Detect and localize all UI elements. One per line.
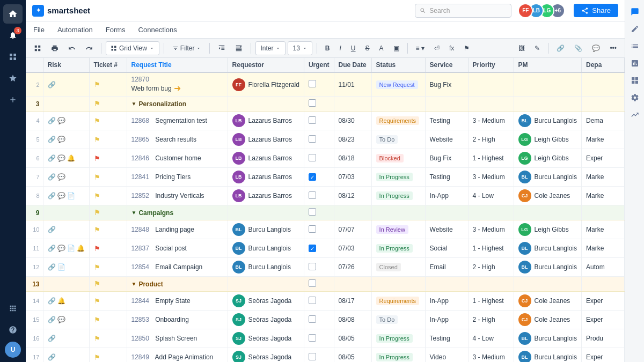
toolbar-underline[interactable]: U [347, 41, 360, 55]
font-selector[interactable]: Inter [255, 41, 286, 55]
urgent-cell[interactable] [304, 149, 334, 168]
link-icon[interactable]: 🔗 [48, 335, 56, 342]
urgent-checkbox[interactable] [309, 191, 316, 199]
urgent-cell[interactable]: ✓ [304, 239, 334, 258]
link-icon[interactable]: 🔗 [48, 117, 56, 124]
toolbar-indent-inc[interactable] [231, 41, 246, 55]
link-icon[interactable]: 🔗 [48, 245, 56, 252]
menu-connections[interactable]: Connections [137, 24, 178, 36]
col-header-title[interactable]: Request Title [127, 58, 228, 72]
urgent-checkbox[interactable] [309, 208, 316, 216]
user-avatar[interactable]: U [5, 342, 21, 358]
flag-icon[interactable]: ⚑ [94, 280, 100, 288]
col-header-due[interactable]: Due Date [334, 58, 371, 72]
right-panel-analytics-icon[interactable] [627, 107, 642, 122]
link-icon[interactable]: 🔗 [48, 263, 56, 271]
toolbar-redo-icon[interactable] [82, 41, 97, 55]
urgent-cell[interactable] [304, 258, 334, 277]
urgent-checkbox[interactable] [309, 225, 316, 233]
toolbar-text-color[interactable]: A [376, 41, 387, 55]
urgent-checkbox[interactable] [309, 353, 316, 360]
urgent-cell[interactable] [304, 187, 334, 205]
doc-icon[interactable]: 📄 [67, 192, 75, 200]
col-header-ticket[interactable]: Ticket # [89, 58, 127, 72]
sidebar-star-icon[interactable] [3, 69, 23, 88]
doc-icon[interactable]: 📄 [57, 263, 65, 271]
menu-forms[interactable]: Forms [105, 24, 127, 36]
menu-automation[interactable]: Automation [56, 24, 94, 36]
urgent-cell[interactable] [304, 112, 334, 130]
link-icon[interactable]: 🔗 [48, 316, 56, 323]
urgent-cell[interactable] [304, 130, 334, 149]
link-icon[interactable]: 🔗 [48, 173, 56, 181]
flag-icon[interactable]: ⚑ [94, 173, 100, 181]
urgent-checkbox[interactable] [309, 99, 316, 107]
urgent-checkbox[interactable] [309, 279, 316, 287]
bell-icon[interactable]: 🔔 [67, 154, 75, 162]
col-header-requestor[interactable]: Requestor [228, 58, 304, 72]
link-icon[interactable]: 🔗 [48, 192, 56, 200]
right-panel-layout-icon[interactable] [627, 73, 642, 88]
link-icon[interactable]: 🔗 [48, 297, 56, 305]
urgent-cell[interactable]: ✓ [304, 168, 334, 187]
urgent-checkbox[interactable] [309, 154, 316, 161]
toolbar-comment[interactable]: 💬 [588, 41, 604, 55]
toolbar-draw[interactable]: ✎ [531, 41, 544, 55]
flag-icon[interactable]: ⚑ [94, 226, 100, 234]
toolbar-align[interactable]: ≡ ▾ [412, 41, 428, 55]
urgent-checkbox[interactable] [309, 315, 316, 323]
toolbar-image[interactable]: 🖼 [515, 41, 529, 55]
sidebar-grid-icon[interactable] [3, 47, 23, 67]
urgent-checkbox[interactable] [309, 297, 316, 304]
urgent-checkbox[interactable]: ✓ [309, 173, 316, 181]
chat-icon[interactable]: 💬 [57, 245, 65, 252]
link-icon[interactable]: 🔗 [48, 353, 56, 361]
chat-icon[interactable]: 💬 [57, 154, 65, 162]
urgent-cell[interactable] [304, 220, 334, 239]
toolbar-more[interactable]: ••• [606, 41, 620, 55]
flag-icon[interactable]: ⚑ [94, 80, 100, 88]
toolbar-undo-icon[interactable] [64, 41, 79, 55]
sidebar-notifications-icon[interactable]: 3 [3, 26, 23, 45]
urgent-checkbox[interactable] [309, 263, 316, 270]
urgent-cell[interactable] [304, 329, 334, 348]
grid-view-selector[interactable]: Grid View [106, 41, 159, 55]
col-header-dept[interactable]: Depa [582, 58, 625, 72]
toolbar-indent-dec[interactable] [214, 41, 229, 55]
urgent-checkbox[interactable] [309, 80, 316, 87]
link-icon[interactable]: 🔗 [48, 136, 56, 143]
flag-icon[interactable]: ⚑ [94, 192, 100, 200]
share-button[interactable]: Share [574, 4, 618, 17]
link-icon[interactable]: 🔗 [48, 226, 56, 233]
toolbar-condition[interactable]: ⚑ [460, 41, 473, 55]
toolbar-filter-button[interactable]: Filter [169, 41, 206, 55]
flag-icon[interactable]: ⚑ [94, 263, 100, 271]
flag-icon[interactable]: ⚑ [94, 100, 100, 108]
right-panel-comment-icon[interactable] [627, 4, 642, 19]
link-icon[interactable]: 🔗 [48, 81, 56, 88]
col-header-risk[interactable]: Risk [43, 58, 89, 72]
toolbar-formula[interactable]: fx [445, 41, 458, 55]
urgent-checkbox[interactable] [309, 116, 316, 124]
flag-icon[interactable]: ⚑ [94, 316, 100, 324]
toolbar-print-icon[interactable] [47, 41, 62, 55]
bell-icon[interactable]: 🔔 [77, 245, 85, 252]
toolbar-bold[interactable]: B [321, 41, 334, 55]
flag-icon[interactable]: ⚑ [94, 154, 100, 162]
toolbar-wrap[interactable]: ⏎ [430, 41, 443, 55]
chat-icon[interactable]: 💬 [57, 192, 65, 200]
group-toggle[interactable]: ▼ [131, 101, 137, 107]
right-panel-list-icon[interactable] [627, 39, 642, 54]
toolbar-attachment[interactable]: 📎 [570, 41, 586, 55]
sidebar-dots-icon[interactable] [3, 299, 23, 318]
col-header-status[interactable]: Status [371, 58, 425, 72]
flag-icon[interactable]: ⚑ [94, 209, 100, 217]
sidebar-help-icon[interactable] [3, 320, 23, 339]
right-panel-edit-icon[interactable] [627, 21, 642, 36]
search-box[interactable]: Search [415, 4, 511, 18]
flag-icon[interactable]: ⚑ [94, 245, 100, 253]
link-icon[interactable]: 🔗 [48, 154, 56, 162]
size-selector[interactable]: 13 [288, 41, 312, 55]
urgent-checkbox[interactable] [309, 135, 316, 143]
chat-icon[interactable]: 💬 [57, 173, 65, 181]
